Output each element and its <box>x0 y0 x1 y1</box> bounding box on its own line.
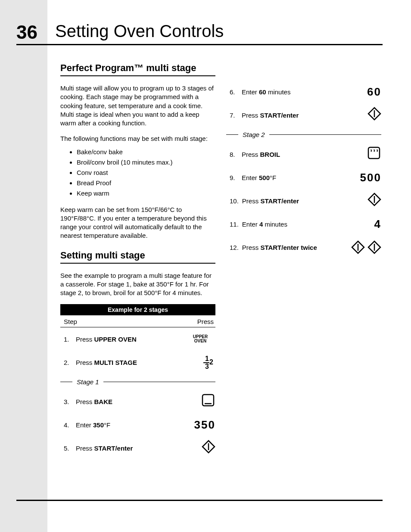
step-label: Enter 60 minutes <box>242 88 290 96</box>
step-row: 9. Enter 500°F 500 <box>226 166 381 189</box>
list-item: Conv roast <box>77 168 215 178</box>
table-title: Example for 2 stages <box>60 304 215 315</box>
stage-separator: Stage 1 <box>60 378 215 386</box>
table-column-headers: Step Press <box>60 315 215 327</box>
step-label: Press UPPER OVEN <box>76 336 137 343</box>
left-column: Perfect Program™ multi stage Multi stage… <box>60 62 215 460</box>
svg-rect-10 <box>368 147 380 159</box>
section-heading-setting-multi-stage: Setting multi stage <box>60 250 215 261</box>
step-row: 8. Press BROIL <box>226 143 381 166</box>
display-value: 350 <box>194 418 215 431</box>
steps-left: 1. Press UPPER OVEN UPPEROVEN 2. Press M… <box>60 327 215 460</box>
step-label: Enter 500°F <box>242 174 276 181</box>
step-number: 4. <box>64 421 72 429</box>
step-number: 7. <box>230 112 238 119</box>
step-number: 1. <box>64 336 72 343</box>
multi-stage-icon: 1 2 3 <box>185 355 215 370</box>
list-item: Bread Proof <box>77 178 215 188</box>
step-label: Press MULTI STAGE <box>76 359 137 366</box>
step-number: 11. <box>230 221 239 228</box>
step-number: 12. <box>230 244 239 251</box>
list-item: Keep warm <box>77 188 215 199</box>
step-label: Press BROIL <box>242 151 280 158</box>
start-enter-icon <box>367 193 381 206</box>
bake-icon <box>201 393 215 408</box>
body-paragraph: The following functions may be set with … <box>60 134 215 143</box>
body-paragraph: Keep warm can be set from 150°F/66°C to … <box>60 205 215 240</box>
step-label: Enter 350°F <box>76 421 110 429</box>
stage-label: Stage 1 <box>77 378 99 386</box>
display-value: 60 <box>367 85 381 98</box>
step-row: 6. Enter 60 minutes 60 <box>226 80 381 103</box>
step-label: Press START/enter <box>242 112 299 119</box>
col-step: Step <box>64 318 77 325</box>
step-row: 10. Press START/enter <box>226 189 381 212</box>
step-number: 9. <box>230 174 238 181</box>
rule-top <box>16 44 383 45</box>
display-value: 4 <box>374 218 381 230</box>
right-column: 6. Enter 60 minutes 60 7. Press START/en… <box>226 80 381 259</box>
step-number: 3. <box>64 398 72 405</box>
svg-text:3: 3 <box>205 363 209 370</box>
step-row: 3. Press BAKE <box>60 390 215 413</box>
step-row: 7. Press START/enter <box>226 103 381 127</box>
stage-label: Stage 2 <box>243 131 265 138</box>
step-row: 1. Press UPPER OVEN UPPEROVEN <box>60 327 215 351</box>
upper-oven-icon: UPPEROVEN <box>185 335 215 343</box>
start-enter-icon <box>367 107 381 121</box>
feature-list: Bake/conv bake Broil/conv broil (10 minu… <box>77 147 215 199</box>
step-row: 4. Enter 350°F 350 <box>60 413 215 436</box>
step-number: 6. <box>230 88 238 96</box>
svg-text:2: 2 <box>209 358 213 366</box>
step-label: Enter 4 minutes <box>242 221 287 228</box>
page-title: Setting Oven Controls <box>55 22 224 41</box>
list-item: Broil/conv broil (10 minutes max.) <box>77 157 215 168</box>
start-enter-twice-icon <box>351 240 381 254</box>
col-press: Press <box>197 318 214 325</box>
step-number: 2. <box>64 359 72 366</box>
rule-bottom <box>16 500 383 501</box>
start-enter-icon <box>351 240 365 254</box>
section-heading-perfect-program: Perfect Program™ multi stage <box>60 62 215 74</box>
body-paragraph: See the example to program a multi stage… <box>60 271 215 298</box>
svg-text:1: 1 <box>205 355 209 362</box>
steps-right: 6. Enter 60 minutes 60 7. Press START/en… <box>226 80 381 259</box>
start-enter-icon <box>202 440 215 454</box>
page-number: 36 <box>16 22 37 43</box>
display-value: 500 <box>360 171 381 184</box>
step-row: 2. Press MULTI STAGE 1 2 3 <box>60 351 215 374</box>
start-enter-icon <box>367 240 381 254</box>
step-row: 12. Press START/enter twice <box>226 236 381 259</box>
step-row: 11. Enter 4 minutes 4 <box>226 212 381 236</box>
step-number: 10. <box>230 197 239 205</box>
section-rule <box>60 75 215 76</box>
page-sidebar <box>0 0 47 532</box>
broil-icon <box>367 146 381 160</box>
list-item: Bake/conv bake <box>77 147 215 157</box>
step-label: Press BAKE <box>76 398 112 405</box>
step-number: 8. <box>230 151 238 158</box>
step-row: 5. Press START/enter <box>60 436 215 460</box>
stage-separator: Stage 2 <box>226 131 381 138</box>
step-label: Press START/enter <box>242 197 299 205</box>
section-rule <box>60 263 215 264</box>
body-paragraph: Multi stage will allow you to program up… <box>60 84 215 128</box>
step-number: 5. <box>64 445 72 452</box>
step-label: Press START/enter <box>76 445 133 452</box>
step-label: Press START/enter twice <box>242 244 317 251</box>
